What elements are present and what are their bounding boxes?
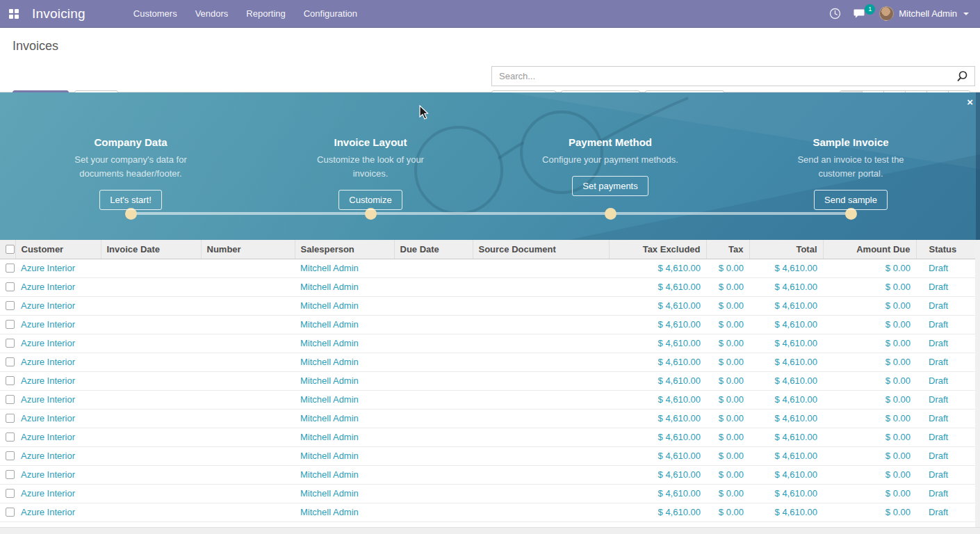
cell-number (201, 428, 295, 446)
table-row[interactable]: Azure InteriorMitchell Admin$ 4,610.00$ … (0, 277, 980, 296)
column-header-source-document[interactable]: Source Document (473, 240, 609, 259)
cell-tax_excluded: $ 4,610.00 (609, 259, 706, 277)
cell-due_date (394, 503, 473, 521)
row-checkbox[interactable] (6, 451, 15, 460)
search-bar (491, 66, 975, 86)
table-row[interactable]: Azure InteriorMitchell Admin$ 4,610.00$ … (0, 371, 980, 390)
cell-tax: $ 0.00 (706, 503, 749, 521)
column-header-tax[interactable]: Tax (706, 240, 749, 259)
search-input[interactable] (492, 71, 950, 81)
cell-source_document (473, 296, 609, 315)
close-icon[interactable]: × (967, 97, 973, 107)
nav-menu-vendors[interactable]: Vendors (188, 0, 236, 27)
cell-amount_due: $ 0.00 (823, 503, 916, 521)
row-select-cell (0, 315, 15, 334)
table-row[interactable]: Azure InteriorMitchell Admin$ 4,610.00$ … (0, 465, 980, 484)
cell-invoice_date (101, 428, 201, 446)
row-checkbox[interactable] (6, 282, 15, 291)
cell-total: $ 4,610.00 (749, 334, 823, 353)
cell-tax_excluded: $ 4,610.00 (609, 484, 706, 503)
column-header-invoice-date[interactable]: Invoice Date (101, 240, 201, 259)
nav-menu-reporting[interactable]: Reporting (238, 0, 293, 27)
row-checkbox[interactable] (6, 395, 15, 404)
row-checkbox[interactable] (6, 357, 15, 366)
nav-menu-configuration[interactable]: Configuration (296, 0, 365, 27)
cell-salesperson: Mitchell Admin (295, 353, 394, 371)
nav-menu-customers[interactable]: Customers (126, 0, 185, 27)
cell-amount_due: $ 0.00 (823, 259, 916, 277)
step-action-button[interactable]: Let's start! (99, 190, 162, 210)
cell-customer: Azure Interior (15, 296, 101, 315)
column-header-salesperson[interactable]: Salesperson (295, 240, 394, 259)
cell-status: Draft (916, 259, 980, 277)
row-checkbox[interactable] (6, 376, 15, 385)
row-checkbox[interactable] (6, 264, 15, 273)
cell-status: Draft (916, 465, 980, 484)
cell-total: $ 4,610.00 (749, 484, 823, 503)
row-checkbox[interactable] (6, 470, 15, 479)
table-row[interactable]: Azure InteriorMitchell Admin$ 4,610.00$ … (0, 484, 980, 503)
step-action-button[interactable]: Customize (338, 190, 402, 210)
column-header-total[interactable]: Total (749, 240, 823, 259)
cell-source_document (473, 409, 609, 428)
cell-tax: $ 0.00 (706, 296, 749, 315)
cell-source_document (473, 428, 609, 446)
user-name: Mitchell Admin (899, 8, 957, 19)
row-checkbox[interactable] (6, 414, 15, 423)
table-row[interactable]: Azure InteriorMitchell Admin$ 4,610.00$ … (0, 390, 980, 409)
activities-clock-icon[interactable] (829, 8, 841, 19)
column-header-customer[interactable]: Customer (15, 240, 101, 259)
cell-amount_due: $ 0.00 (823, 446, 916, 465)
table-row[interactable]: Azure InteriorMitchell Admin$ 4,610.00$ … (0, 428, 980, 446)
row-checkbox[interactable] (6, 508, 15, 517)
cell-due_date (394, 371, 473, 390)
search-icon[interactable] (950, 70, 974, 82)
step-description: Customize the look of your invoices. (304, 153, 436, 181)
step-action-button[interactable]: Set payments (572, 176, 648, 196)
table-row[interactable]: Azure InteriorMitchell Admin$ 4,610.00$ … (0, 296, 980, 315)
app-title[interactable]: Invoicing (32, 6, 85, 22)
column-header-due-date[interactable]: Due Date (394, 240, 473, 259)
table-row[interactable]: Azure InteriorMitchell Admin$ 4,610.00$ … (0, 259, 980, 277)
cell-source_document (473, 390, 609, 409)
horizontal-scrollbar[interactable] (0, 527, 980, 534)
row-checkbox[interactable] (6, 320, 15, 329)
table-row[interactable]: Azure InteriorMitchell Admin$ 4,610.00$ … (0, 503, 980, 521)
cell-total: $ 4,610.00 (749, 428, 823, 446)
select-all-checkbox[interactable] (6, 245, 15, 254)
user-menu[interactable]: Mitchell Admin (879, 6, 969, 21)
row-checkbox[interactable] (6, 432, 15, 442)
cell-invoice_date (101, 409, 201, 428)
cell-customer: Azure Interior (15, 259, 101, 277)
column-header-number[interactable]: Number (201, 240, 295, 259)
cell-amount_due: $ 0.00 (823, 296, 916, 315)
table-row[interactable]: Azure InteriorMitchell Admin$ 4,610.00$ … (0, 315, 980, 334)
cell-number (201, 296, 295, 315)
cell-tax: $ 0.00 (706, 334, 749, 353)
table-row[interactable]: Azure InteriorMitchell Admin$ 4,610.00$ … (0, 353, 980, 371)
table-row[interactable]: Azure InteriorMitchell Admin$ 4,610.00$ … (0, 334, 980, 353)
nav-menu-bar: CustomersVendorsReportingConfiguration (126, 0, 365, 27)
messages-icon[interactable]: 1 (854, 8, 867, 19)
cell-tax_excluded: $ 4,610.00 (609, 334, 706, 353)
column-header-tax-excluded[interactable]: Tax Excluded (609, 240, 706, 259)
step-action-button[interactable]: Send sample (814, 190, 888, 210)
row-checkbox[interactable] (6, 339, 15, 348)
table-row[interactable]: Azure InteriorMitchell Admin$ 4,610.00$ … (0, 409, 980, 428)
cell-tax_excluded: $ 4,610.00 (609, 315, 706, 334)
cell-due_date (394, 465, 473, 484)
cell-customer: Azure Interior (15, 465, 101, 484)
vertical-scrollbar[interactable] (975, 240, 980, 534)
apps-grid-icon[interactable] (0, 0, 28, 28)
cell-total: $ 4,610.00 (749, 465, 823, 484)
cell-invoice_date (101, 315, 201, 334)
row-checkbox[interactable] (6, 301, 15, 310)
column-header-amount-due[interactable]: Amount Due (823, 240, 916, 259)
column-header-status[interactable]: Status (916, 240, 980, 259)
cell-customer: Azure Interior (15, 315, 101, 334)
onboarding-step: Sample InvoiceSend an invoice to test th… (746, 92, 955, 210)
cell-invoice_date (101, 465, 201, 484)
cell-amount_due: $ 0.00 (823, 390, 916, 409)
row-checkbox[interactable] (6, 489, 15, 498)
table-row[interactable]: Azure InteriorMitchell Admin$ 4,610.00$ … (0, 446, 980, 465)
